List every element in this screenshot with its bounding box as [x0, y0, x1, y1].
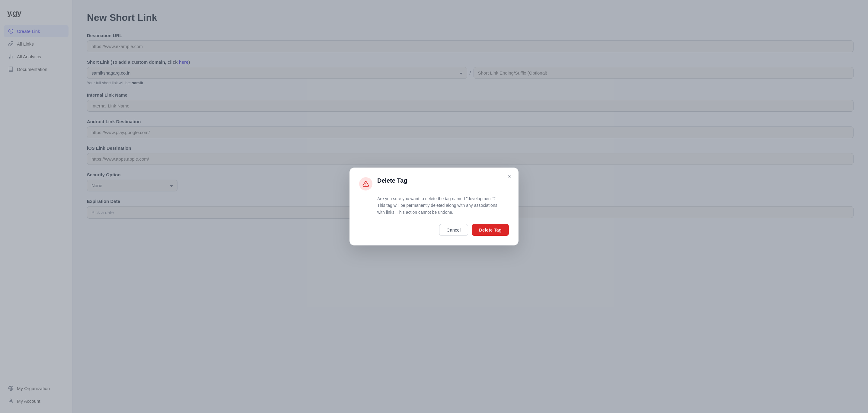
modal-title-wrapper: Delete Tag: [377, 177, 407, 185]
modal-overlay: × Delete Tag Are you sure you want to de…: [0, 0, 868, 413]
delete-tag-button[interactable]: Delete Tag: [472, 224, 509, 236]
warning-icon-container: [359, 177, 372, 190]
modal-close-button[interactable]: ×: [505, 172, 514, 181]
modal-body: Are you sure you want to delete the tag …: [377, 195, 509, 215]
cancel-button[interactable]: Cancel: [439, 224, 468, 236]
modal-header: Delete Tag: [359, 177, 509, 190]
delete-tag-modal: × Delete Tag Are you sure you want to de…: [349, 168, 519, 245]
modal-description: Are you sure you want to delete the tag …: [377, 195, 509, 215]
modal-actions: Cancel Delete Tag: [359, 224, 509, 236]
triangle-alert-icon: [363, 180, 369, 187]
modal-title: Delete Tag: [377, 177, 407, 184]
